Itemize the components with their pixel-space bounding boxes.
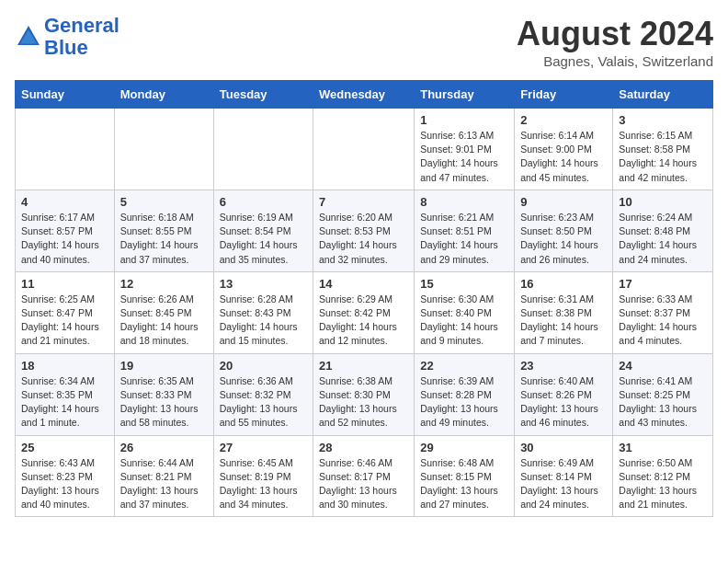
calendar-cell: 13Sunrise: 6:28 AM Sunset: 8:43 PM Dayli… xyxy=(213,271,313,353)
day-number: 23 xyxy=(520,359,607,373)
day-info: Sunrise: 6:19 AM Sunset: 8:54 PM Dayligh… xyxy=(220,211,307,267)
day-info: Sunrise: 6:46 AM Sunset: 8:17 PM Dayligh… xyxy=(319,456,408,512)
day-info: Sunrise: 6:40 AM Sunset: 8:26 PM Dayligh… xyxy=(520,374,607,431)
day-number: 15 xyxy=(420,277,508,291)
day-number: 21 xyxy=(319,359,408,373)
col-header-tuesday: Tuesday xyxy=(213,81,313,109)
page-header: General Blue August 2024 Bagnes, Valais,… xyxy=(15,15,713,69)
day-info: Sunrise: 6:14 AM Sunset: 9:00 PM Dayligh… xyxy=(520,129,607,185)
day-number: 10 xyxy=(619,195,707,209)
day-number: 19 xyxy=(120,359,208,373)
calendar-cell: 24Sunrise: 6:41 AM Sunset: 8:25 PM Dayli… xyxy=(613,353,713,435)
day-number: 13 xyxy=(220,277,307,291)
calendar-cell: 1Sunrise: 6:13 AM Sunset: 9:01 PM Daylig… xyxy=(415,109,515,190)
col-header-sunday: Sunday xyxy=(16,81,115,109)
day-info: Sunrise: 6:36 AM Sunset: 8:32 PM Dayligh… xyxy=(220,374,307,431)
calendar-week-row: 18Sunrise: 6:34 AM Sunset: 8:35 PM Dayli… xyxy=(16,353,713,435)
day-number: 6 xyxy=(220,195,307,209)
day-number: 17 xyxy=(619,277,707,291)
calendar-cell: 5Sunrise: 6:18 AM Sunset: 8:55 PM Daylig… xyxy=(114,190,213,271)
day-info: Sunrise: 6:31 AM Sunset: 8:38 PM Dayligh… xyxy=(520,293,607,349)
calendar-cell: 31Sunrise: 6:50 AM Sunset: 8:12 PM Dayli… xyxy=(613,435,713,517)
day-info: Sunrise: 6:29 AM Sunset: 8:42 PM Dayligh… xyxy=(319,293,408,349)
calendar-cell: 17Sunrise: 6:33 AM Sunset: 8:37 PM Dayli… xyxy=(613,271,713,353)
day-info: Sunrise: 6:15 AM Sunset: 8:58 PM Dayligh… xyxy=(619,129,707,185)
calendar-cell: 26Sunrise: 6:44 AM Sunset: 8:21 PM Dayli… xyxy=(114,435,213,517)
col-header-saturday: Saturday xyxy=(613,81,713,109)
day-number: 3 xyxy=(619,113,707,127)
day-number: 31 xyxy=(619,441,707,454)
day-number: 8 xyxy=(420,195,508,209)
day-number: 5 xyxy=(120,195,208,209)
day-number: 20 xyxy=(220,359,307,373)
day-info: Sunrise: 6:45 AM Sunset: 8:19 PM Dayligh… xyxy=(220,456,307,512)
day-number: 25 xyxy=(21,441,108,454)
day-info: Sunrise: 6:24 AM Sunset: 8:48 PM Dayligh… xyxy=(619,211,707,267)
location-subtitle: Bagnes, Valais, Switzerland xyxy=(517,53,713,69)
calendar-cell: 9Sunrise: 6:23 AM Sunset: 8:50 PM Daylig… xyxy=(515,190,613,271)
calendar-week-row: 25Sunrise: 6:43 AM Sunset: 8:23 PM Dayli… xyxy=(16,435,713,517)
day-info: Sunrise: 6:38 AM Sunset: 8:30 PM Dayligh… xyxy=(319,374,408,431)
calendar-cell: 21Sunrise: 6:38 AM Sunset: 8:30 PM Dayli… xyxy=(313,353,415,435)
day-info: Sunrise: 6:21 AM Sunset: 8:51 PM Dayligh… xyxy=(420,211,508,267)
day-number: 22 xyxy=(420,359,508,373)
calendar-cell xyxy=(313,109,415,190)
day-info: Sunrise: 6:18 AM Sunset: 8:55 PM Dayligh… xyxy=(120,211,208,267)
calendar-cell: 6Sunrise: 6:19 AM Sunset: 8:54 PM Daylig… xyxy=(213,190,313,271)
calendar-cell: 28Sunrise: 6:46 AM Sunset: 8:17 PM Dayli… xyxy=(313,435,415,517)
calendar-cell: 3Sunrise: 6:15 AM Sunset: 8:58 PM Daylig… xyxy=(613,109,713,190)
calendar-cell: 20Sunrise: 6:36 AM Sunset: 8:32 PM Dayli… xyxy=(213,353,313,435)
day-number: 2 xyxy=(520,113,607,127)
month-title: August 2024 xyxy=(517,15,713,53)
day-number: 16 xyxy=(520,277,607,291)
calendar-week-row: 11Sunrise: 6:25 AM Sunset: 8:47 PM Dayli… xyxy=(16,271,713,353)
calendar-cell: 14Sunrise: 6:29 AM Sunset: 8:42 PM Dayli… xyxy=(313,271,415,353)
day-info: Sunrise: 6:30 AM Sunset: 8:40 PM Dayligh… xyxy=(420,293,508,349)
day-info: Sunrise: 6:20 AM Sunset: 8:53 PM Dayligh… xyxy=(319,211,408,267)
calendar-cell: 22Sunrise: 6:39 AM Sunset: 8:28 PM Dayli… xyxy=(415,353,515,435)
day-info: Sunrise: 6:25 AM Sunset: 8:47 PM Dayligh… xyxy=(21,293,108,349)
calendar-cell: 15Sunrise: 6:30 AM Sunset: 8:40 PM Dayli… xyxy=(415,271,515,353)
calendar-cell: 30Sunrise: 6:49 AM Sunset: 8:14 PM Dayli… xyxy=(515,435,613,517)
calendar-table: SundayMondayTuesdayWednesdayThursdayFrid… xyxy=(15,80,713,517)
calendar-cell: 4Sunrise: 6:17 AM Sunset: 8:57 PM Daylig… xyxy=(16,190,115,271)
calendar-week-row: 1Sunrise: 6:13 AM Sunset: 9:01 PM Daylig… xyxy=(16,109,713,190)
col-header-monday: Monday xyxy=(114,81,213,109)
calendar-cell: 7Sunrise: 6:20 AM Sunset: 8:53 PM Daylig… xyxy=(313,190,415,271)
calendar-cell xyxy=(114,109,213,190)
day-number: 7 xyxy=(319,195,408,209)
calendar-cell: 27Sunrise: 6:45 AM Sunset: 8:19 PM Dayli… xyxy=(213,435,313,517)
calendar-cell: 25Sunrise: 6:43 AM Sunset: 8:23 PM Dayli… xyxy=(16,435,115,517)
day-info: Sunrise: 6:28 AM Sunset: 8:43 PM Dayligh… xyxy=(220,293,307,349)
calendar-cell: 11Sunrise: 6:25 AM Sunset: 8:47 PM Dayli… xyxy=(16,271,115,353)
col-header-wednesday: Wednesday xyxy=(313,81,415,109)
day-number: 12 xyxy=(120,277,208,291)
calendar-cell: 12Sunrise: 6:26 AM Sunset: 8:45 PM Dayli… xyxy=(114,271,213,353)
calendar-cell: 18Sunrise: 6:34 AM Sunset: 8:35 PM Dayli… xyxy=(16,353,115,435)
day-info: Sunrise: 6:26 AM Sunset: 8:45 PM Dayligh… xyxy=(120,293,208,349)
day-info: Sunrise: 6:48 AM Sunset: 8:15 PM Dayligh… xyxy=(420,456,508,512)
day-info: Sunrise: 6:44 AM Sunset: 8:21 PM Dayligh… xyxy=(120,456,208,512)
day-info: Sunrise: 6:17 AM Sunset: 8:57 PM Dayligh… xyxy=(21,211,108,267)
calendar-cell: 8Sunrise: 6:21 AM Sunset: 8:51 PM Daylig… xyxy=(415,190,515,271)
day-number: 26 xyxy=(120,441,208,454)
day-number: 24 xyxy=(619,359,707,373)
day-number: 27 xyxy=(220,441,307,454)
calendar-cell: 23Sunrise: 6:40 AM Sunset: 8:26 PM Dayli… xyxy=(515,353,613,435)
calendar-cell: 19Sunrise: 6:35 AM Sunset: 8:33 PM Dayli… xyxy=(114,353,213,435)
calendar-header-row: SundayMondayTuesdayWednesdayThursdayFrid… xyxy=(16,81,713,109)
day-info: Sunrise: 6:49 AM Sunset: 8:14 PM Dayligh… xyxy=(520,456,607,512)
day-number: 28 xyxy=(319,441,408,454)
day-number: 30 xyxy=(520,441,607,454)
day-info: Sunrise: 6:33 AM Sunset: 8:37 PM Dayligh… xyxy=(619,293,707,349)
logo-text: General Blue xyxy=(44,15,119,59)
day-number: 14 xyxy=(319,277,408,291)
day-info: Sunrise: 6:39 AM Sunset: 8:28 PM Dayligh… xyxy=(420,374,508,431)
day-info: Sunrise: 6:23 AM Sunset: 8:50 PM Dayligh… xyxy=(520,211,607,267)
col-header-thursday: Thursday xyxy=(415,81,515,109)
day-info: Sunrise: 6:34 AM Sunset: 8:35 PM Dayligh… xyxy=(21,374,108,431)
day-info: Sunrise: 6:13 AM Sunset: 9:01 PM Dayligh… xyxy=(420,129,508,185)
col-header-friday: Friday xyxy=(515,81,613,109)
calendar-cell: 10Sunrise: 6:24 AM Sunset: 8:48 PM Dayli… xyxy=(613,190,713,271)
calendar-week-row: 4Sunrise: 6:17 AM Sunset: 8:57 PM Daylig… xyxy=(16,190,713,271)
